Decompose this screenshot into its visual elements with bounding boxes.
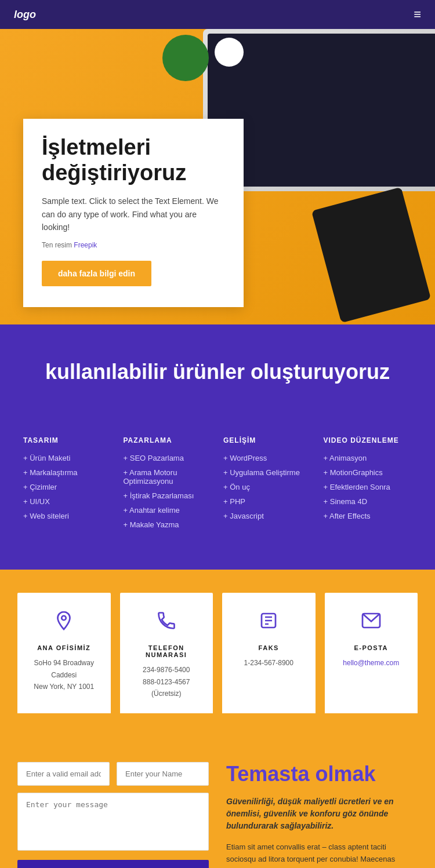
service-item-0-3[interactable]: UI/UX	[23, 497, 112, 506]
service-item-3-1[interactable]: MotionGraphics	[324, 468, 412, 477]
freepik-link[interactable]: Freepik	[74, 241, 97, 249]
contact-card-line-1-1: 888-0123-4567 (Ücretsiz)	[129, 676, 204, 700]
service-item-1-2[interactable]: İştirak Pazarlaması	[124, 491, 212, 500]
service-item-0-4[interactable]: Web siteleri	[23, 512, 112, 520]
hero-card: İşletmeleri değiştiriyoruz Sample text. …	[23, 119, 244, 307]
contact-card-line-1-0: 234-9876-5400	[129, 664, 204, 676]
hero-description: Sample text. Click to select the Text El…	[42, 195, 225, 234]
contact-card-title-3: E-POSTA	[334, 644, 409, 651]
service-item-1-3[interactable]: Anahtar kelime	[124, 506, 212, 515]
contact-card-info-3: hello@theme.com	[334, 657, 409, 669]
service-item-3-0[interactable]: Animasyon	[324, 454, 412, 462]
contact-card-1: TELEFON NUMARASI234-9876-5400888-0123-45…	[120, 593, 213, 716]
hero-section: İşletmeleri değiştiriyoruz Sample text. …	[0, 29, 435, 324]
contact-cards-section: ANA OFİSİMİZSoHo 94 Broadway CaddesiNew …	[0, 570, 435, 739]
contact-card-info-2: 1-234-567-8900	[231, 657, 306, 669]
service-item-1-4[interactable]: Makale Yazma	[124, 520, 212, 529]
contact-tagline: Güvenilirliği, düşük maliyetli ücretleri…	[226, 796, 418, 832]
purple-headline-section: kullanılabilir ürünler oluşturuyoruz	[0, 324, 435, 425]
hamburger-menu[interactable]: ≡	[414, 7, 421, 22]
service-item-0-0[interactable]: Ürün Maketi	[23, 454, 112, 462]
form-right: Temasta olmak Güvenilirliği, düşük maliy…	[226, 762, 418, 868]
contact-card-line-2-0: 1-234-567-8900	[231, 657, 306, 669]
service-col-3: VIDEO DÜZENLEMEAnimasyonMotionGraphicsEf…	[324, 436, 412, 535]
contact-card-line-0-1: New York, NY 1001	[27, 681, 102, 692]
hero-coffee-decoration	[215, 38, 244, 67]
contact-card-title-2: FAKS	[231, 644, 306, 651]
purple-section-title: kullanılabilir ürünler oluşturuyoruz	[23, 359, 412, 384]
contact-card-icon-0	[27, 610, 102, 636]
contact-card-title-1: TELEFON NUMARASI	[129, 644, 204, 658]
service-col-1: PAZARLAMASEO PazarlamaArama Motoru Optim…	[124, 436, 212, 535]
contact-email-link[interactable]: hello@theme.com	[343, 659, 399, 667]
contact-card-info-1: 234-9876-5400888-0123-4567 (Ücretsiz)	[129, 664, 204, 699]
form-section: Göndermek Temasta olmak Güvenilirliği, d…	[0, 739, 435, 868]
contact-card-icon-1	[129, 610, 204, 636]
contact-card-0: ANA OFİSİMİZSoHo 94 Broadway CaddesiNew …	[17, 593, 111, 716]
service-col-2: GELİŞİMWordPressUygulama GeliştirmeÖn uç…	[223, 436, 312, 535]
name-input[interactable]	[117, 762, 209, 786]
service-col-0: TASARIMÜrün MaketiMarkalaştırmaÇizimlerU…	[23, 436, 112, 535]
contact-card-line-0-0: SoHo 94 Broadway Caddesi	[27, 657, 102, 681]
contact-card-icon-3	[334, 610, 409, 636]
service-item-3-3[interactable]: Sinema 4D	[324, 497, 412, 506]
service-col-heading-2: GELİŞİM	[223, 436, 312, 444]
service-col-heading-1: PAZARLAMA	[124, 436, 212, 444]
hero-credit: Ten resim Freepik	[42, 241, 225, 249]
services-section: TASARIMÜrün MaketiMarkalaştırmaÇizimlerU…	[0, 425, 435, 570]
hero-title: İşletmeleri değiştiriyoruz	[42, 135, 225, 185]
submit-button[interactable]: Göndermek	[17, 860, 209, 868]
contact-cards-grid: ANA OFİSİMİZSoHo 94 Broadway CaddesiNew …	[17, 593, 418, 716]
service-item-0-1[interactable]: Markalaştırma	[23, 468, 112, 477]
service-item-3-2[interactable]: Efektlerden Sonra	[324, 483, 412, 491]
hero-cta-button[interactable]: daha fazla bilgi edin	[42, 261, 151, 286]
email-input[interactable]	[17, 762, 110, 786]
contact-card-title-0: ANA OFİSİMİZ	[27, 644, 102, 651]
contact-description: Etiam sit amet convallis erat – class ap…	[226, 841, 418, 868]
service-item-3-4[interactable]: After Effects	[324, 512, 412, 520]
form-top-row	[17, 762, 209, 786]
header: logo ≡	[0, 0, 435, 29]
contact-card-3: E-POSTAhello@theme.com	[325, 593, 418, 716]
form-left: Göndermek	[17, 762, 209, 868]
services-grid: TASARIMÜrün MaketiMarkalaştırmaÇizimlerU…	[23, 436, 412, 535]
service-item-2-0[interactable]: WordPress	[223, 454, 312, 462]
service-item-2-1[interactable]: Uygulama Geliştirme	[223, 468, 312, 477]
contact-title: Temasta olmak	[226, 762, 418, 786]
service-item-1-1[interactable]: Arama Motoru Optimizasyonu	[124, 468, 212, 486]
service-item-2-2[interactable]: Ön uç	[223, 483, 312, 491]
service-col-heading-0: TASARIM	[23, 436, 112, 444]
message-textarea[interactable]	[17, 793, 209, 851]
logo: logo	[14, 9, 36, 21]
contact-card-info-0: SoHo 94 Broadway CaddesiNew York, NY 100…	[27, 657, 102, 692]
service-col-heading-3: VIDEO DÜZENLEME	[324, 436, 412, 444]
contact-card-2: FAKS1-234-567-8900	[222, 593, 316, 716]
service-item-1-0[interactable]: SEO Pazarlama	[124, 454, 212, 462]
svg-point-0	[62, 616, 67, 621]
contact-card-icon-2	[231, 610, 306, 636]
service-item-2-4[interactable]: Javascript	[223, 512, 312, 520]
service-item-2-3[interactable]: PHP	[223, 497, 312, 506]
hero-plant-decoration	[162, 35, 209, 81]
service-item-0-2[interactable]: Çizimler	[23, 483, 112, 491]
